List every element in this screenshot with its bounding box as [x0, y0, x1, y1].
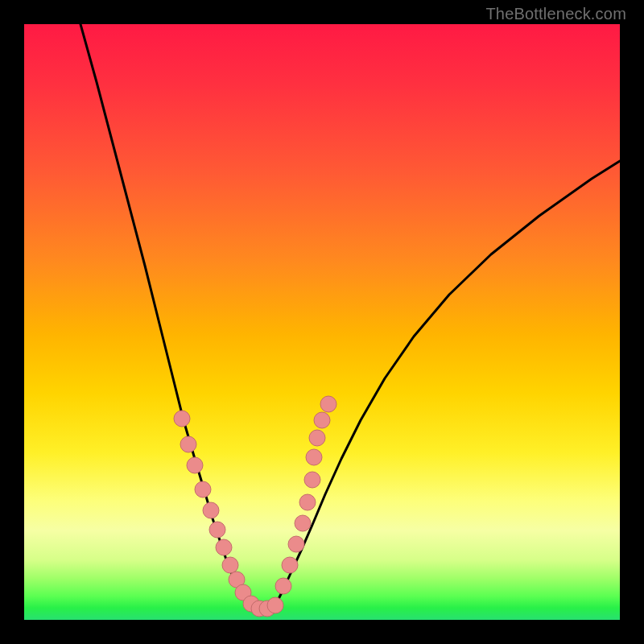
- scatter-dot: [209, 522, 225, 538]
- scatter-dot: [288, 536, 304, 552]
- scatter-dot: [304, 472, 320, 488]
- scatter-dot: [320, 396, 336, 412]
- scatter-dot: [174, 411, 190, 427]
- scatter-dot: [222, 557, 238, 573]
- scatter-dots: [174, 396, 336, 617]
- outer-frame: TheBottleneck.com: [0, 0, 644, 644]
- scatter-dot: [180, 436, 196, 452]
- curve-lines: [80, 24, 620, 609]
- scatter-dot: [267, 597, 283, 613]
- plot-area: [24, 24, 620, 620]
- scatter-dot: [299, 494, 316, 510]
- chart-svg: [24, 24, 620, 620]
- scatter-dot: [295, 515, 311, 531]
- scatter-dot: [216, 539, 232, 555]
- watermark-text: TheBottleneck.com: [485, 5, 626, 23]
- scatter-dot: [314, 412, 330, 428]
- scatter-dot: [203, 502, 219, 518]
- scatter-dot: [195, 481, 211, 497]
- scatter-dot: [275, 578, 291, 594]
- scatter-dot: [187, 457, 203, 473]
- scatter-dot: [282, 557, 298, 573]
- scatter-dot: [309, 430, 325, 446]
- scatter-dot: [306, 449, 322, 465]
